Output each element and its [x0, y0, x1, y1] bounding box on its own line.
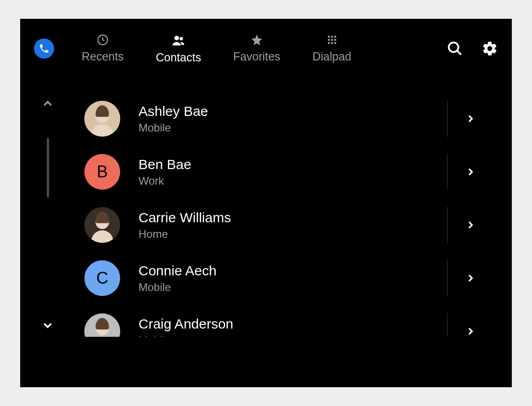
- row-divider: [447, 100, 448, 137]
- scroll-column: [34, 97, 61, 332]
- svg-point-11: [334, 42, 336, 44]
- avatar-photo: [84, 101, 120, 137]
- contact-info: Carrie Williams Home: [139, 209, 447, 241]
- avatar: [84, 313, 120, 337]
- contact-details-button[interactable]: [461, 272, 480, 284]
- contact-name: Ashley Bae: [139, 103, 447, 120]
- row-divider: [447, 207, 448, 243]
- tab-contacts[interactable]: Contacts: [156, 33, 201, 64]
- svg-point-9: [327, 42, 330, 44]
- star-icon: [250, 33, 263, 46]
- avatar: C: [84, 260, 120, 296]
- app-phone-icon[interactable]: [34, 38, 54, 59]
- contact-details-button[interactable]: [461, 219, 480, 231]
- contact-row[interactable]: Ashley Bae Mobile: [84, 92, 480, 145]
- tab-favorites[interactable]: Favorites: [233, 33, 280, 64]
- svg-point-8: [334, 38, 336, 41]
- svg-point-3: [327, 35, 330, 38]
- svg-point-5: [334, 35, 336, 38]
- contact-phone-type: Mobile: [139, 121, 447, 134]
- contact-details-button[interactable]: [461, 113, 480, 125]
- tab-dialpad[interactable]: Dialpad: [312, 33, 351, 64]
- header-actions: [447, 40, 498, 57]
- row-divider: [447, 260, 448, 296]
- contact-name: Connie Aech: [139, 263, 447, 279]
- contact-row[interactable]: C Connie Aech Mobile: [84, 252, 480, 305]
- chevron-right-icon: [465, 325, 477, 337]
- contact-name: Carrie Williams: [139, 209, 447, 226]
- tab-label: Recents: [82, 50, 124, 63]
- people-icon: [172, 33, 185, 47]
- tab-label: Contacts: [156, 51, 201, 64]
- tab-label: Favorites: [233, 50, 280, 63]
- tab-label: Dialpad: [312, 50, 351, 63]
- dialer-app: Recents Contacts Favorites: [20, 19, 512, 387]
- contact-row[interactable]: Craig Anderson Mobile: [84, 305, 480, 337]
- contact-details-button[interactable]: [461, 325, 480, 337]
- svg-point-1: [174, 36, 179, 40]
- avatar-photo: [84, 207, 120, 243]
- phone-icon: [39, 43, 50, 54]
- svg-point-7: [331, 38, 333, 41]
- contact-row[interactable]: Carrie Williams Home: [84, 198, 480, 252]
- svg-point-2: [180, 37, 183, 40]
- contact-phone-type: Work: [139, 175, 447, 187]
- avatar: B: [84, 154, 120, 190]
- svg-point-6: [327, 38, 330, 41]
- scrollbar-thumb[interactable]: [47, 138, 49, 198]
- header: Recents Contacts Favorites: [20, 19, 512, 78]
- scroll-up-button[interactable]: [41, 97, 55, 110]
- chevron-right-icon: [465, 113, 477, 125]
- row-divider: [447, 313, 448, 337]
- dialpad-icon: [326, 33, 338, 46]
- search-button[interactable]: [447, 40, 463, 57]
- contact-list: Ashley Bae Mobile B Ben Bae Work Carrie …: [84, 92, 480, 337]
- search-icon: [447, 40, 463, 57]
- tab-recents[interactable]: Recents: [82, 33, 124, 64]
- contact-details-button[interactable]: [461, 166, 480, 178]
- contact-name: Craig Anderson: [139, 316, 447, 332]
- contact-info: Ashley Bae Mobile: [139, 103, 447, 134]
- settings-button[interactable]: [482, 40, 498, 57]
- gear-icon: [482, 40, 498, 57]
- chevron-right-icon: [465, 219, 477, 231]
- tabs: Recents Contacts Favorites: [82, 33, 351, 64]
- contact-row[interactable]: B Ben Bae Work: [84, 145, 480, 198]
- avatar: [84, 101, 120, 137]
- clock-icon: [96, 33, 109, 46]
- contact-info: Craig Anderson Mobile: [139, 316, 447, 337]
- svg-point-10: [331, 42, 333, 44]
- contact-phone-type: Home: [139, 228, 447, 241]
- contact-info: Connie Aech Mobile: [139, 263, 447, 294]
- chevron-down-icon: [41, 318, 55, 332]
- chevron-up-icon: [41, 97, 55, 110]
- contact-name: Ben Bae: [139, 156, 447, 173]
- row-divider: [447, 154, 448, 190]
- avatar: [84, 207, 120, 243]
- contact-phone-type: Mobile: [139, 334, 447, 337]
- svg-point-12: [449, 43, 459, 52]
- chevron-right-icon: [465, 166, 477, 178]
- svg-point-4: [331, 35, 333, 38]
- contact-phone-type: Mobile: [139, 281, 447, 294]
- chevron-right-icon: [465, 272, 477, 284]
- contact-info: Ben Bae Work: [139, 156, 447, 187]
- scroll-down-button[interactable]: [41, 318, 55, 332]
- avatar-photo: [84, 313, 120, 337]
